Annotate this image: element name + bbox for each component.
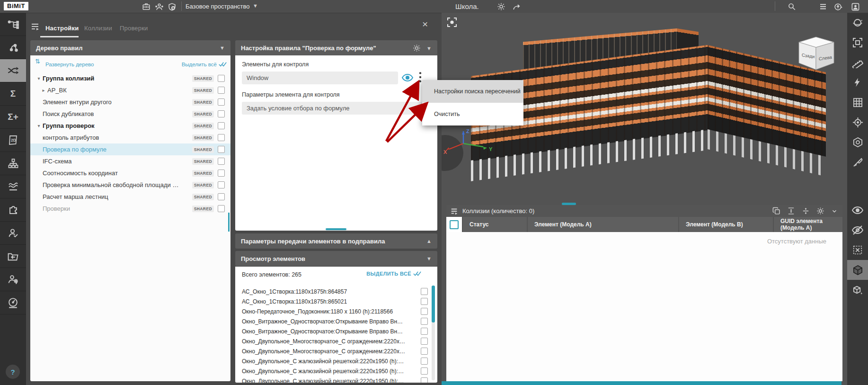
merge-rows-icon[interactable] (802, 207, 810, 215)
tree-row-checkbox[interactable] (218, 75, 225, 82)
element-checkbox[interactable] (421, 377, 428, 383)
params-input[interactable]: Задать условие отбора по формуле (242, 102, 423, 115)
plugins-icon[interactable] (0, 198, 26, 222)
deselect-box-icon[interactable] (847, 240, 868, 260)
eye-icon[interactable] (402, 72, 413, 84)
copy-rows-icon[interactable] (772, 207, 780, 215)
element-checkbox[interactable] (421, 338, 428, 345)
element-checkbox[interactable] (421, 288, 428, 295)
structure-icon[interactable] (0, 152, 26, 175)
element-list-item[interactable]: АС_Окно_1Створка:1180x1875h:865021 (235, 296, 432, 306)
drawing-2d-icon[interactable]: 2D (0, 129, 26, 152)
transfer-params-header[interactable]: Параметры передачи элементов в подправил… (235, 233, 437, 249)
tree-row[interactable]: ▾Группа проверокSHARED (30, 120, 230, 132)
briefcase-icon[interactable] (141, 1, 151, 12)
help-button[interactable]: ? (6, 365, 20, 379)
rules-tree-header[interactable]: Дерево правил ▼ (30, 40, 230, 55)
grid-box-icon[interactable] (847, 92, 868, 112)
list-menu-icon[interactable] (818, 1, 828, 12)
collapse-chevron-icon[interactable] (831, 208, 838, 215)
share-icon[interactable] (511, 1, 522, 12)
elements-view-header[interactable]: Просмотр элементов ▼ (235, 251, 437, 266)
tree-row-checkbox[interactable] (218, 134, 225, 141)
elements-input[interactable]: Window (242, 72, 398, 84)
rule-gear-icon[interactable] (413, 44, 421, 52)
tab-settings[interactable]: Настройки (45, 25, 79, 32)
element-checkbox[interactable] (421, 318, 428, 325)
collisions-column-header[interactable]: Элемент (Модель A) (528, 217, 678, 232)
sum-plus-icon[interactable]: Σ+ (0, 106, 26, 129)
show-eye-icon[interactable] (847, 200, 868, 220)
panel-menu-icon[interactable] (30, 22, 40, 31)
locate-target-icon[interactable] (847, 112, 868, 132)
list-scrollbar-thumb[interactable] (432, 286, 435, 322)
tree-row[interactable]: ▸АР_ВКSHARED (30, 84, 230, 96)
team-icon[interactable] (154, 1, 164, 12)
workspace-caret-icon[interactable]: ▼ (253, 3, 258, 9)
rule-collapse-caret-icon[interactable]: ▼ (426, 45, 432, 51)
workspace-select[interactable]: Базовое пространство (186, 3, 250, 10)
select-all-link[interactable]: Выделить всё (182, 62, 227, 67)
tree-row[interactable]: ▾Группа коллизийSHARED (30, 72, 230, 84)
collision-check-icon[interactable] (0, 59, 26, 82)
expand-caret-icon[interactable]: ▲ (426, 238, 432, 244)
search-icon[interactable] (787, 1, 797, 12)
tree-row[interactable]: Поиск дубликатовSHARED (30, 108, 230, 120)
element-list-item[interactable]: АС_Окно_1Створка:1180x1875h:864857 (235, 287, 432, 296)
collisions-column-header[interactable]: Статус (463, 217, 527, 232)
tree-row-checkbox[interactable] (218, 122, 225, 129)
element-list-item[interactable]: Окно_Двупольное_С жалюзийной решеткой:22… (235, 366, 432, 376)
element-list-item[interactable]: Окно-Передаточное_Подоконник:1180 x 1160… (235, 306, 432, 316)
expand-tree-link[interactable]: Развернуть дерево (45, 62, 94, 67)
tree-row[interactable]: Элемент внтури другогоSHARED (30, 96, 230, 108)
element-checkbox[interactable] (421, 348, 428, 355)
tree-row[interactable]: контроль атрибутовSHARED (30, 132, 230, 143)
collisions-column-header[interactable]: Элемент (Модель B) (679, 217, 773, 232)
menu-item-intersection-settings[interactable]: Настройки поиска пересечений (422, 80, 523, 103)
tree-row[interactable]: Соотносимость координатSHARED (30, 167, 230, 179)
tree-row[interactable]: Проверка по формулеSHARED (30, 143, 230, 155)
tree-row-checkbox[interactable] (218, 87, 225, 94)
tree-caret-icon[interactable]: ▾ (35, 123, 43, 128)
fit-rows-icon[interactable] (787, 207, 795, 215)
cut-knife-icon[interactable] (847, 152, 868, 172)
element-checkbox[interactable] (421, 358, 428, 365)
isolate-cube-icon[interactable] (847, 260, 868, 280)
view-cube[interactable]: Сзади Слева (794, 36, 838, 73)
clash-lightning-icon[interactable] (847, 72, 868, 92)
table-settings-gear-icon[interactable] (816, 207, 824, 215)
element-checkbox[interactable] (421, 328, 428, 335)
collisions-column-header[interactable]: GUID элемента (Модель A) (774, 217, 842, 232)
element-checkbox[interactable] (421, 308, 428, 315)
sync-icon[interactable] (833, 1, 843, 12)
tree-row[interactable]: Расчет марша лестницSHARED (30, 191, 230, 203)
panel-resize-handle[interactable] (326, 228, 346, 230)
user-location-icon[interactable] (0, 268, 26, 291)
element-list-item[interactable]: Окно_Двупольное_С жалюзийной решеткой:22… (235, 356, 432, 366)
collisions-menu-icon[interactable] (450, 207, 459, 215)
collapse-caret-icon[interactable]: ▼ (220, 45, 225, 51)
collapse-caret-icon[interactable]: ▼ (426, 256, 432, 261)
tree-row-checkbox[interactable] (218, 98, 225, 106)
section-plane-icon[interactable] (847, 132, 868, 152)
tree-row[interactable]: Проверка минимальной свободной площади с… (30, 179, 230, 191)
tree-row-checkbox[interactable] (218, 181, 225, 188)
project-settings-gear-icon[interactable] (496, 1, 506, 12)
user-approve-icon[interactable] (0, 222, 26, 245)
orbit-icon[interactable] (847, 13, 868, 33)
zoom-frame-icon[interactable] (847, 33, 868, 53)
sum-icon[interactable]: Σ (0, 82, 26, 106)
menu-item-clear[interactable]: Очистить (422, 103, 523, 125)
tree-row-checkbox[interactable] (218, 170, 225, 177)
profile-icon[interactable] (850, 1, 860, 12)
close-icon[interactable]: × (422, 19, 428, 29)
tree-row-checkbox[interactable] (218, 158, 225, 165)
tree-row[interactable]: IFC-схемаSHARED (30, 155, 230, 167)
select-all-checkbox[interactable] (450, 220, 459, 229)
collisions-resize-handle[interactable] (562, 203, 576, 205)
tree-row-checkbox[interactable] (218, 110, 225, 117)
element-checkbox[interactable] (421, 367, 428, 375)
hide-eye-icon[interactable] (847, 220, 868, 240)
transform-cube-icon[interactable] (847, 280, 868, 300)
element-list-item[interactable]: Окно_Двупольное_Многостворчатое_С огражд… (235, 346, 432, 356)
